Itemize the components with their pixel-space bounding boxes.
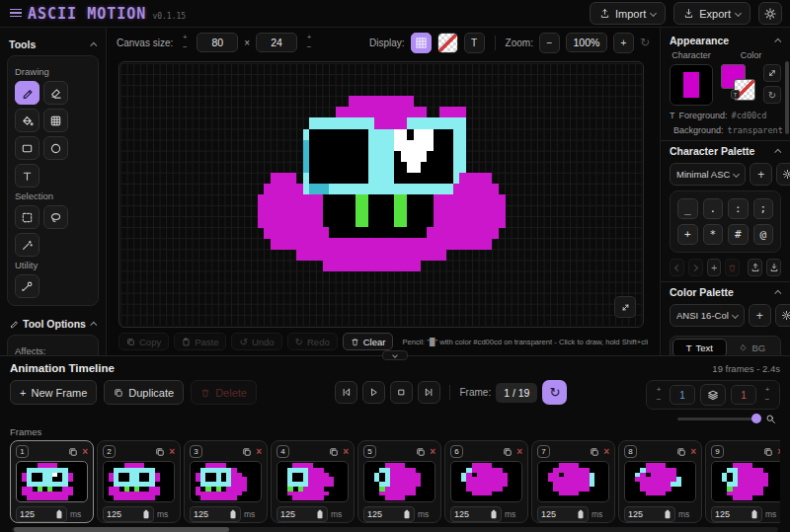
width-stepper[interactable]: +− [179,34,191,52]
frame-thumbnail[interactable] [624,461,696,502]
canvas-grid[interactable] [120,63,642,326]
frame-card[interactable]: 9×125ms [705,440,780,523]
frame-duration-input[interactable]: 125 [103,506,154,522]
tools-section-header[interactable]: Tools [7,34,99,55]
add-color-button[interactable]: + [749,304,771,327]
apply-duration-icon[interactable] [577,509,585,519]
skip-end-button[interactable] [418,381,440,404]
magic-wand-tool[interactable] [15,233,40,257]
export-button[interactable]: Export [673,2,750,25]
import-button[interactable]: Import [590,2,666,25]
apply-duration-icon[interactable] [490,509,498,519]
duplicate-frame-icon[interactable] [68,447,78,457]
palette-char[interactable]: _ [677,198,698,219]
delete-frame-icon[interactable]: × [603,447,609,457]
duplicate-frame-icon[interactable] [416,447,426,457]
frame-duration-input[interactable]: 125 [537,506,589,522]
color-preset-select[interactable]: ANSI 16-Col [670,304,745,327]
character-preset-select[interactable]: Minimal ASC [670,163,746,186]
stop-button[interactable] [390,381,413,404]
palette-char[interactable]: . [703,198,724,219]
frame-thumbnail[interactable] [190,461,262,502]
palette-char[interactable]: ; [753,198,774,219]
apply-duration-icon[interactable] [55,509,63,519]
move-char-right-button[interactable] [688,259,703,276]
frame-duration-input[interactable]: 125 [190,506,241,522]
frame-duration-input[interactable]: 125 [711,506,762,522]
delete-frame-icon[interactable]: × [82,447,88,457]
palette-char[interactable]: @ [753,224,774,245]
canvas-width-input[interactable]: 80 [197,33,238,52]
apply-duration-icon[interactable] [664,509,672,519]
frame-duration-input[interactable]: 125 [276,506,328,522]
rect-fill-tool[interactable] [43,109,68,132]
character-palette-header[interactable]: Character Palette [670,145,781,160]
text-tool[interactable] [15,164,40,188]
frame-thumbnail[interactable] [103,461,175,502]
appearance-header[interactable]: Appearance [670,33,781,48]
loop-button[interactable]: ↻ [542,380,567,405]
frame-card[interactable]: 6×125ms [444,440,528,523]
zoom-in-button[interactable]: + [613,33,634,53]
reset-colors-button[interactable]: ↻ [763,86,781,104]
frame-card[interactable]: 3×125ms [184,440,268,523]
onion-skin-toggle[interactable] [700,384,726,406]
frame-duration-input[interactable]: 125 [16,506,67,522]
duplicate-frame-icon[interactable] [329,447,339,457]
timeline-collapse-handle[interactable] [382,350,408,360]
color-palette-header[interactable]: Color Palette [670,286,781,301]
transparency-toggle-button[interactable] [437,33,458,53]
onion-next-stepper[interactable]: +− [761,386,773,405]
frame-duration-input[interactable]: 125 [363,506,415,522]
zoom-reset-button[interactable]: ↻ [640,36,650,49]
frame-thumbnail[interactable] [363,461,435,502]
play-button[interactable] [362,381,385,404]
frame-thumbnail[interactable] [450,461,522,502]
frame-card[interactable]: 2×125ms [97,440,181,523]
duplicate-frame-icon[interactable] [155,447,165,457]
apply-duration-icon[interactable] [750,509,758,519]
height-stepper[interactable]: +− [303,34,315,52]
add-char-button[interactable]: + [707,259,722,276]
palette-char[interactable]: : [728,198,749,219]
frame-card[interactable]: 4×125ms [271,440,355,523]
fill-tool[interactable] [15,109,40,132]
frame-card[interactable]: 7×125ms [531,440,615,523]
canvas-height-input[interactable]: 24 [256,33,297,52]
undo-button[interactable]: ↺ Undo [231,333,281,350]
paste-button[interactable]: Paste [174,333,226,350]
frame-thumbnail[interactable] [276,461,349,502]
delete-frame-icon[interactable]: × [690,447,696,457]
delete-frame-icon[interactable]: × [516,447,522,457]
character-settings-button[interactable] [776,163,790,186]
apply-duration-icon[interactable] [316,509,324,519]
onion-next-count[interactable]: 1 [731,385,756,405]
frame-size-slider[interactable] [677,418,760,420]
frames-scrollbar[interactable] [12,527,778,532]
grid-toggle-button[interactable] [411,33,432,53]
new-frame-button[interactable]: + New Frame [10,380,97,405]
duplicate-frame-icon[interactable] [242,447,252,457]
apply-duration-icon[interactable] [142,509,150,519]
character-preview[interactable] [670,64,713,106]
text-display-toggle[interactable]: T [464,33,485,53]
download-palette-button[interactable] [766,259,781,276]
delete-char-button[interactable] [725,259,740,276]
frame-duration-input[interactable]: 125 [624,506,675,522]
clear-button[interactable]: Clear [343,333,394,350]
delete-frame-button[interactable]: Delete [191,380,257,405]
apply-duration-icon[interactable] [229,509,237,519]
move-char-left-button[interactable] [670,259,684,276]
frame-card[interactable]: 8×125ms [618,440,702,523]
onion-prev-count[interactable]: 1 [670,385,695,405]
scrollbar-thumb[interactable] [14,527,229,532]
color-settings-button[interactable] [775,304,790,327]
frame-card[interactable]: 5×125ms [357,440,441,523]
rect-select-tool[interactable] [15,205,40,229]
theme-toggle-button[interactable] [758,2,782,25]
skip-start-button[interactable] [335,381,357,404]
slider-thumb[interactable] [751,414,761,423]
pencil-tool[interactable] [15,81,40,105]
duplicate-frame-button[interactable]: Duplicate [104,380,184,405]
onion-prev-stepper[interactable]: +− [653,386,665,405]
